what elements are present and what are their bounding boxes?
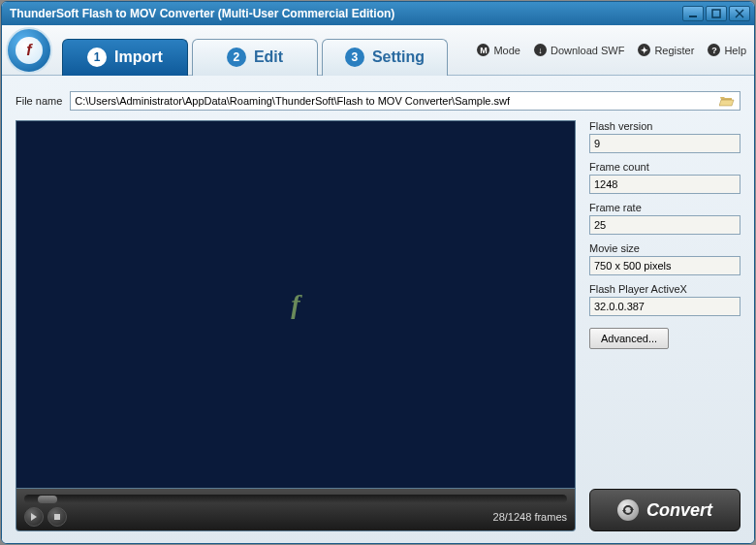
flash-player-label: Flash Player ActiveX (589, 283, 740, 295)
header-links: MMode ↓Download SWF ✦Register ?Help (448, 44, 746, 56)
tab-label: Edit (254, 48, 283, 66)
seek-bar[interactable] (24, 495, 567, 503)
tab-number: 3 (345, 48, 364, 67)
convert-icon (617, 499, 639, 521)
preview-column: f 28/1248 frames (16, 120, 576, 531)
play-button[interactable] (24, 507, 44, 527)
mode-icon: M (477, 44, 489, 56)
register-link[interactable]: ✦Register (638, 44, 694, 56)
flash-icon: f (16, 37, 43, 64)
frame-count-value: 1248 (589, 175, 740, 194)
preview-pane: f (16, 120, 576, 489)
tab-number: 1 (87, 48, 107, 67)
app-logo: f (6, 27, 52, 74)
advanced-button[interactable]: Advanced... (589, 328, 669, 349)
frame-counter: 28/1248 frames (493, 511, 567, 523)
info-column: Flash version 9 Frame count 1248 Frame r… (589, 120, 740, 531)
header: f 1 Import 2 Edit 3 Setting MMode ↓Downl… (2, 25, 754, 76)
frame-rate-value: 25 (589, 215, 740, 235)
seek-thumb[interactable] (38, 496, 57, 503)
convert-button[interactable]: Convert (589, 489, 740, 531)
close-button[interactable] (729, 6, 750, 21)
file-path-box (70, 91, 740, 111)
folder-open-icon (719, 95, 735, 107)
svg-marker-4 (31, 513, 37, 521)
svg-rect-5 (54, 514, 60, 520)
file-label: File name (16, 95, 62, 107)
player-bar: 28/1248 frames (16, 489, 576, 531)
stop-button[interactable] (47, 507, 67, 527)
file-path-input[interactable] (75, 95, 718, 107)
tab-edit[interactable]: 2 Edit (192, 39, 318, 76)
minimize-button[interactable] (682, 6, 704, 21)
frame-rate-label: Frame rate (589, 202, 740, 213)
tab-label: Import (114, 48, 163, 66)
maximize-button[interactable] (706, 6, 727, 21)
tab-label: Setting (372, 48, 425, 66)
titlebar: ThunderSoft Flash to MOV Converter (Mult… (2, 2, 754, 25)
app-window: ThunderSoft Flash to MOV Converter (Mult… (1, 1, 755, 544)
download-swf-link[interactable]: ↓Download SWF (534, 44, 624, 56)
movie-size-value: 750 x 500 pixels (589, 256, 740, 275)
help-icon: ? (708, 44, 720, 56)
flash-version-value: 9 (589, 134, 740, 153)
register-icon: ✦ (638, 44, 650, 56)
convert-label: Convert (646, 500, 712, 521)
flash-placeholder-icon: f (291, 289, 299, 320)
open-file-button[interactable] (718, 94, 736, 108)
help-link[interactable]: ?Help (708, 44, 746, 56)
flash-version-label: Flash version (589, 120, 740, 132)
content: File name f (2, 76, 754, 543)
tabs: 1 Import 2 Edit 3 Setting (62, 32, 448, 69)
svg-rect-1 (712, 10, 720, 17)
window-title: ThunderSoft Flash to MOV Converter (Mult… (6, 7, 680, 20)
mode-link[interactable]: MMode (477, 44, 520, 56)
tab-number: 2 (227, 48, 246, 67)
flash-player-value: 32.0.0.387 (589, 297, 740, 316)
main-area: f 28/1248 frames Flash version 9 (16, 120, 740, 531)
movie-size-label: Movie size (589, 242, 740, 254)
tab-import[interactable]: 1 Import (62, 39, 188, 76)
frame-count-label: Frame count (589, 161, 740, 173)
tab-setting[interactable]: 3 Setting (322, 39, 448, 76)
download-icon: ↓ (534, 44, 547, 56)
player-controls: 28/1248 frames (24, 507, 567, 527)
file-row: File name (16, 91, 740, 111)
